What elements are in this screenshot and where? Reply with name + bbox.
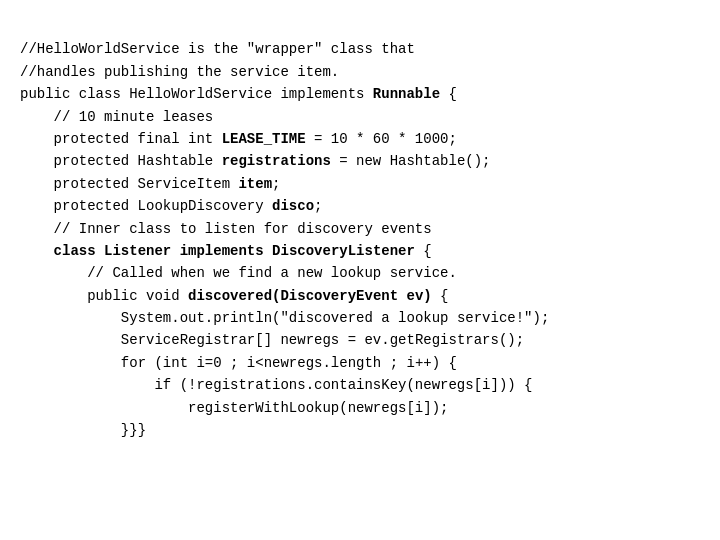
code-line: }}} xyxy=(20,419,700,441)
code-line: protected final int LEASE_TIME = 10 * 60… xyxy=(20,128,700,150)
code-line: System.out.println("discovered a lookup … xyxy=(20,307,700,329)
code-line: if (!registrations.containsKey(newregs[i… xyxy=(20,374,700,396)
code-line: public class HelloWorldService implement… xyxy=(20,83,700,105)
code-block: //HelloWorldService is the "wrapper" cla… xyxy=(20,16,700,441)
code-line: registerWithLookup(newregs[i]); xyxy=(20,397,700,419)
code-line: //HelloWorldService is the "wrapper" cla… xyxy=(20,38,700,60)
code-line: // Inner class to listen for discovery e… xyxy=(20,218,700,240)
code-line: public void discovered(DiscoveryEvent ev… xyxy=(20,285,700,307)
code-line: protected ServiceItem item; xyxy=(20,173,700,195)
code-line: for (int i=0 ; i<newregs.length ; i++) { xyxy=(20,352,700,374)
code-line: // 10 minute leases xyxy=(20,106,700,128)
code-line: protected LookupDiscovery disco; xyxy=(20,195,700,217)
code-line: ServiceRegistrar[] newregs = ev.getRegis… xyxy=(20,329,700,351)
code-line: // Called when we find a new lookup serv… xyxy=(20,262,700,284)
code-line: //handles publishing the service item. xyxy=(20,61,700,83)
code-line: protected Hashtable registrations = new … xyxy=(20,150,700,172)
code-line: class Listener implements DiscoveryListe… xyxy=(20,240,700,262)
